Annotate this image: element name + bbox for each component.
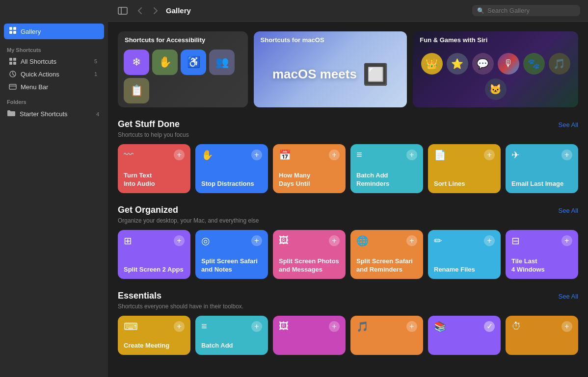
card-icon-ess3: 🖼 [279,321,289,332]
get-organized-section: Get Organized See All Organize your desk… [118,205,578,279]
forward-button[interactable] [150,5,161,16]
card-add-button-2[interactable]: + [251,150,262,160]
card-add-button-6[interactable]: + [561,150,572,160]
card-split-photos-messages[interactable]: 🖼 + Split Screen Photosand Messages [273,230,346,279]
get-organized-subtitle: Organize your desktop, your Mac, and eve… [118,217,578,224]
sidebar-toggle-button[interactable] [116,5,130,16]
sidebar-item-all-shortcuts[interactable]: All Shortcuts 5 [2,55,106,68]
card-icon-waveform: 〰 [124,149,134,160]
get-organized-cards: ⊞ + Split Screen 2 Apps ◎ + Split Screen… [118,230,578,279]
siri-icon-speech: 💬 [472,53,494,75]
all-shortcuts-badge: 5 [92,58,99,64]
get-organized-title: Get Organized [118,205,178,215]
get-stuff-done-title: Get Stuff Done [118,119,180,129]
card-ess-3[interactable]: 🖼 + [273,316,346,355]
hero-siri[interactable]: Fun & Games with Siri 👑 ⭐ 💬 🎙 🐾 🎵 🐱 [413,31,578,107]
card-icon-globe: 🌐 [356,235,369,247]
siri-icon-music: 🎵 [549,53,570,75]
card-add-org-2[interactable]: + [251,235,262,246]
card-split-safari-reminders[interactable]: 🌐 + Split Screen Safariand Reminders [350,230,423,279]
get-organized-see-all[interactable]: See All [559,207,578,214]
card-split-safari-notes[interactable]: ◎ + Split Screen Safariand Notes [195,230,268,279]
acc-icon-2: ✋ [152,50,178,75]
card-title-org-6: Tile Last4 Windows [511,257,572,274]
essentials-title: Essentials [118,291,161,301]
card-tile-last-windows[interactable]: ⊟ + Tile Last4 Windows [506,230,578,279]
gallery-icon [9,26,17,36]
card-add-ess-3[interactable]: + [329,321,340,332]
card-add-org-6[interactable]: + [561,235,572,246]
toolbar: Gallery 🔍 [108,0,588,22]
hero-macos[interactable]: Shortcuts for macOS macOS meets 🔲 [254,31,407,107]
macos-meets-text: macOS meets [272,67,357,82]
essentials-see-all[interactable]: See All [559,293,578,300]
card-title-5: Sort Lines [434,180,495,188]
card-split-screen-2apps[interactable]: ⊞ + Split Screen 2 Apps [118,230,190,279]
card-title-4: Batch AddReminders [356,172,417,188]
starter-shortcuts-badge: 4 [94,111,101,117]
sidebar: Gallery My Shortcuts All Shortcuts 5 [0,0,108,377]
get-stuff-done-see-all[interactable]: See All [559,121,578,128]
card-add-button-4[interactable]: + [406,150,417,160]
card-ess-4[interactable]: 🎵 + [350,316,423,355]
card-add-ess-4[interactable]: + [406,321,417,332]
svg-rect-3 [13,31,16,34]
get-stuff-done-section: Get Stuff Done See All Shortcuts to help… [118,119,578,193]
card-turn-text-audio[interactable]: 〰 + Turn TextInto Audio [118,144,190,193]
svg-rect-0 [9,27,12,30]
card-add-org-5[interactable]: + [484,235,495,246]
card-batch-add-reminders[interactable]: ≡ + Batch AddReminders [350,144,423,193]
card-icon-pencil: ✏ [434,235,442,247]
acc-icon-3: ♿ [181,50,206,75]
search-input[interactable] [487,7,566,14]
card-stop-distractions[interactable]: ✋ + Stop Distractions [195,144,268,193]
siri-icon-cat: 🐱 [485,78,507,100]
get-stuff-done-cards: 〰 + Turn TextInto Audio ✋ + Stop Distrac… [118,144,578,193]
svg-rect-9 [9,84,16,89]
sidebar-item-starter-shortcuts[interactable]: Starter Shortcuts 4 [0,107,108,121]
svg-rect-5 [13,58,16,61]
search-bar[interactable]: 🔍 [472,5,580,16]
card-title-3: How ManyDays Until [279,172,340,188]
toolbar-title: Gallery [166,6,467,15]
folder-icon [7,109,16,119]
card-add-ess-1[interactable]: + [174,321,185,332]
card-add-ess-6[interactable]: + [561,321,572,332]
card-add-button-3[interactable]: + [329,150,340,160]
hero-accessibility[interactable]: Shortcuts for Accessibility ❄ ✋ ♿ 👥 📋 [118,31,248,107]
card-icon-list2: ≡ [201,321,207,332]
card-add-ess-2[interactable]: + [251,321,262,332]
card-create-meeting[interactable]: ⌨ + Create Meeting [118,316,190,355]
essentials-cards: ⌨ + Create Meeting ≡ + Batch Add � [118,316,578,355]
card-how-many-days[interactable]: 📅 + How ManyDays Until [273,144,346,193]
siri-icon-star: ⭐ [447,53,468,75]
card-batch-add[interactable]: ≡ + Batch Add [195,316,268,355]
card-add-org-3[interactable]: + [329,235,340,246]
essentials-subtitle: Shortcuts everyone should have in their … [118,303,578,310]
card-title-6: Email Last Image [511,180,572,188]
card-icon-tile: ⊟ [511,235,520,247]
card-ess-6[interactable]: ⏱ + [506,316,578,355]
card-rename-files[interactable]: ✏ + Rename Files [428,230,501,279]
sidebar-item-quick-actions[interactable]: Quick Actions 1 [2,68,106,80]
card-add-ess-5[interactable]: ✓ [484,321,495,332]
card-icon-keyboard: ⌨ [124,321,138,332]
card-add-org-1[interactable]: + [174,235,185,246]
get-stuff-done-subtitle: Shortcuts to help you focus [118,131,578,138]
card-ess-5[interactable]: 📚 ✓ [428,316,501,355]
svg-rect-2 [9,31,12,34]
card-icon-email: ✈ [511,149,520,161]
card-email-last-image[interactable]: ✈ + Email Last Image [506,144,578,193]
card-add-org-4[interactable]: + [406,235,417,246]
card-sort-lines[interactable]: 📄 + Sort Lines [428,144,501,193]
sidebar-item-gallery[interactable]: Gallery [4,24,104,39]
card-icon-photos: 🖼 [279,235,289,246]
card-add-button-5[interactable]: + [484,150,495,160]
all-shortcuts-icon [9,57,17,65]
card-icon-split2: ⊞ [124,235,132,247]
back-button[interactable] [134,5,145,16]
card-add-button-1[interactable]: + [174,150,185,160]
quick-actions-badge: 1 [92,71,99,77]
svg-rect-7 [13,62,16,65]
sidebar-item-menu-bar[interactable]: Menu Bar [2,80,106,93]
